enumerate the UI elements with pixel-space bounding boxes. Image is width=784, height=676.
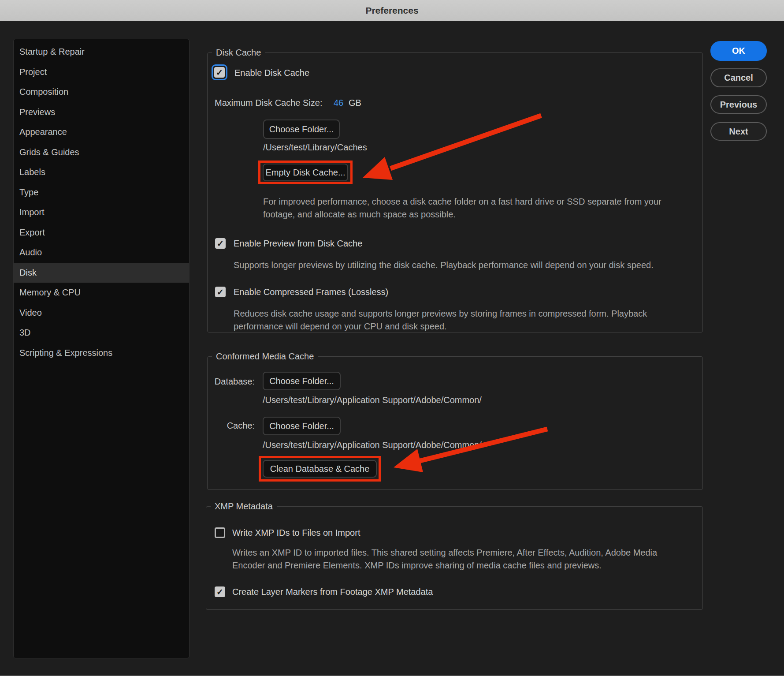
sidebar-item-type[interactable]: Type bbox=[14, 183, 189, 203]
database-choose-folder-button[interactable]: Choose Folder... bbox=[263, 372, 341, 390]
sidebar-item-appearance[interactable]: Appearance bbox=[14, 122, 189, 142]
enable-disk-cache-checkbox[interactable]: ✓ bbox=[214, 67, 225, 78]
database-label: Database: bbox=[202, 376, 255, 387]
compressed-frames-description: Reduces disk cache usage and supports lo… bbox=[234, 307, 647, 333]
sidebar-item-startup-repair[interactable]: Startup & Repair bbox=[14, 42, 189, 62]
conformed-media-cache-group-title: Conformed Media Cache bbox=[212, 351, 318, 362]
cache-label: Cache: bbox=[202, 420, 255, 431]
previous-button[interactable]: Previous bbox=[710, 95, 767, 114]
checkmark-icon: ✓ bbox=[217, 288, 224, 296]
enable-compressed-frames-label: Enable Compressed Frames (Lossless) bbox=[234, 287, 388, 297]
write-xmp-ids-description: Writes an XMP ID to imported files. This… bbox=[232, 546, 657, 572]
next-button[interactable]: Next bbox=[710, 122, 767, 141]
checkmark-icon: ✓ bbox=[216, 68, 223, 77]
create-layer-markers-label: Create Layer Markers from Footage XMP Me… bbox=[232, 586, 433, 597]
titlebar: Preferences bbox=[0, 0, 784, 21]
sidebar-item-audio[interactable]: Audio bbox=[14, 243, 189, 263]
cache-choose-folder-button[interactable]: Choose Folder... bbox=[263, 417, 341, 435]
sidebar-item-composition[interactable]: Composition bbox=[14, 82, 189, 102]
cache-path: /Users/test/Library/Application Support/… bbox=[263, 440, 482, 450]
sidebar-item-scripting-expressions[interactable]: Scripting & Expressions bbox=[14, 343, 189, 363]
max-disk-cache-size-label: Maximum Disk Cache Size: bbox=[215, 97, 323, 108]
annotation-box-clean-database-cache bbox=[259, 456, 381, 482]
database-path: /Users/test/Library/Application Support/… bbox=[263, 395, 482, 405]
enable-disk-cache-label: Enable Disk Cache bbox=[234, 67, 309, 78]
disk-cache-size-unit: GB bbox=[349, 97, 361, 108]
xmp-metadata-group-title: XMP Metadata bbox=[211, 501, 277, 512]
sidebar-item-project[interactable]: Project bbox=[14, 62, 189, 82]
disk-cache-folder-path: /Users/test/Library/Caches bbox=[263, 142, 367, 153]
sidebar-item-import[interactable]: Import bbox=[14, 202, 189, 223]
preferences-category-list: Startup & Repair Project Composition Pre… bbox=[13, 39, 189, 658]
disk-cache-choose-folder-button[interactable]: Choose Folder... bbox=[263, 120, 340, 139]
sidebar-item-video[interactable]: Video bbox=[14, 303, 189, 323]
create-layer-markers-checkbox[interactable]: ✓ bbox=[215, 586, 225, 597]
write-xmp-ids-checkbox[interactable] bbox=[215, 527, 225, 538]
sidebar-item-labels[interactable]: Labels bbox=[14, 162, 189, 183]
window-title: Preferences bbox=[365, 5, 418, 16]
annotation-box-empty-disk-cache bbox=[258, 161, 353, 184]
sidebar-item-previews[interactable]: Previews bbox=[14, 102, 189, 123]
enable-compressed-frames-checkbox[interactable]: ✓ bbox=[215, 287, 226, 297]
write-xmp-ids-label: Write XMP IDs to Files on Import bbox=[232, 527, 360, 538]
sidebar-item-3d[interactable]: 3D bbox=[14, 323, 189, 343]
enable-preview-from-disk-cache-checkbox[interactable]: ✓ bbox=[215, 238, 226, 249]
checkmark-icon: ✓ bbox=[217, 239, 224, 248]
sidebar-item-memory-cpu[interactable]: Memory & CPU bbox=[14, 283, 189, 303]
ok-button[interactable]: OK bbox=[710, 41, 767, 61]
sidebar-item-grids-guides[interactable]: Grids & Guides bbox=[14, 142, 189, 163]
disk-cache-size-value[interactable]: 46 bbox=[334, 97, 343, 108]
preview-description: Supports longer previews by utilizing th… bbox=[234, 259, 654, 272]
preferences-dialog: Preferences Startup & Repair Project Com… bbox=[0, 0, 784, 676]
enable-preview-from-disk-cache-label: Enable Preview from Disk Cache bbox=[234, 238, 362, 249]
sidebar-item-disk[interactable]: Disk bbox=[14, 263, 189, 283]
checkmark-icon: ✓ bbox=[216, 588, 223, 596]
disk-cache-tip-text: For improved performance, choose a disk … bbox=[263, 195, 661, 221]
cancel-button[interactable]: Cancel bbox=[710, 68, 767, 87]
disk-cache-group-title: Disk Cache bbox=[212, 47, 265, 58]
sidebar-item-export[interactable]: Export bbox=[14, 223, 189, 243]
